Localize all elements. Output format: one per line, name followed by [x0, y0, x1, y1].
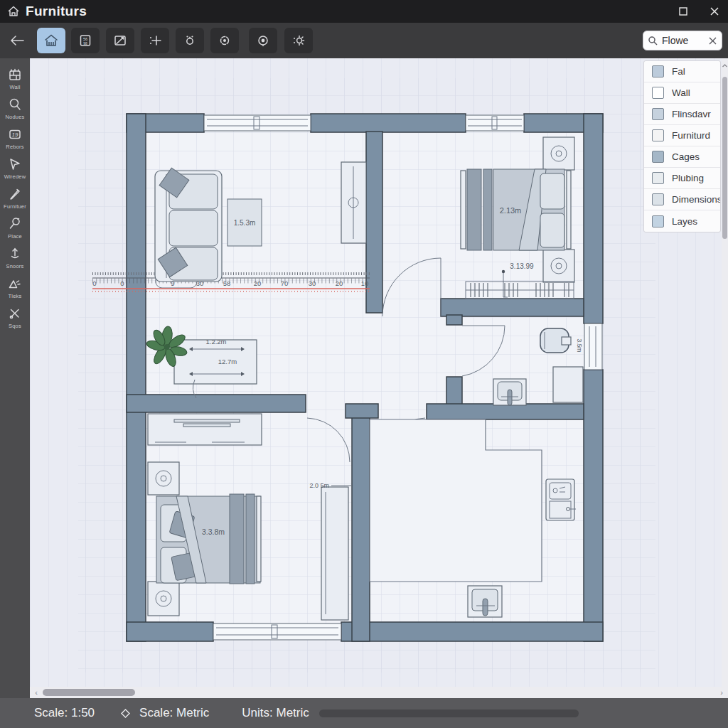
- layers-panel: Fal Wall Flinsdavr Furniturd Cages Plubi…: [643, 60, 721, 232]
- home-tool-button[interactable]: [37, 28, 65, 53]
- floor-plan[interactable]: .wall{fill:#7b90a4;stroke:#394149;stroke…: [30, 58, 722, 687]
- checkbox-cages[interactable]: [652, 151, 664, 163]
- sidebar-item-wiredew[interactable]: Wiredew: [0, 156, 30, 180]
- back-button[interactable]: [7, 31, 27, 50]
- sofa[interactable]: [155, 168, 222, 282]
- layer-row-layes[interactable]: Layes: [644, 210, 720, 232]
- sidebar-item-snoors[interactable]: Snoors: [0, 246, 30, 269]
- svg-text:30: 30: [309, 279, 316, 287]
- window-title: Furniturs: [26, 4, 87, 19]
- nightstand-bottom[interactable]: [543, 250, 574, 282]
- svg-text:0: 0: [120, 279, 124, 287]
- status-bar: Scale: 1:50 Scale: Metric Units: Metric: [0, 698, 728, 728]
- layer-row-plubing[interactable]: Plubing: [644, 168, 720, 189]
- dining-table[interactable]: [174, 340, 257, 384]
- drawing-canvas[interactable]: .wall{fill:#7b90a4;stroke:#394149;stroke…: [30, 58, 722, 687]
- layer-row-fal[interactable]: Fal: [644, 61, 720, 82]
- horizontal-scroll-thumb[interactable]: [43, 689, 135, 696]
- nightstand-top[interactable]: [543, 137, 574, 170]
- sidebar-item-nodues[interactable]: Nodues: [0, 97, 30, 120]
- svg-text:19: 19: [12, 132, 18, 138]
- layer-row-cages[interactable]: Cages: [644, 146, 720, 168]
- maximize-button[interactable]: [675, 4, 691, 19]
- toilet[interactable]: [540, 328, 571, 353]
- brightness-button[interactable]: [284, 28, 313, 53]
- scroll-right-icon[interactable]: ›: [717, 687, 727, 697]
- wardrobe[interactable]: [321, 487, 348, 620]
- scale-status: Scale: 1:50: [34, 706, 95, 720]
- sidebar-item-furnituer[interactable]: Furnituer: [0, 186, 30, 210]
- checkbox-dimensions[interactable]: [652, 193, 664, 205]
- checkbox-plubing[interactable]: [652, 172, 664, 184]
- pin-cross-icon: [7, 306, 23, 321]
- coffee-table[interactable]: 1.5.3m: [228, 199, 262, 246]
- sidebar-item-tleks[interactable]: Tleks: [0, 276, 30, 299]
- image-slash-button[interactable]: [106, 28, 134, 53]
- home-icon: [7, 5, 20, 18]
- pencil-icon: [7, 186, 23, 202]
- svg-text:3.13.99: 3.13.99: [510, 262, 534, 270]
- checkbox-wall[interactable]: [652, 87, 664, 99]
- sidebar-item-place[interactable]: Place: [0, 216, 30, 240]
- fridge[interactable]: [546, 479, 576, 520]
- scroll-left-icon[interactable]: ‹: [31, 687, 41, 697]
- svg-text:2.0 5m: 2.0 5m: [309, 482, 329, 489]
- sideboard[interactable]: [148, 414, 262, 445]
- tool-sidebar: Wall Nodues 19 Rebors Wiredew Furnituer …: [0, 58, 30, 698]
- layer-row-furniturd[interactable]: Furniturd: [644, 125, 720, 146]
- gear-dots-button[interactable]: [176, 28, 204, 53]
- svg-text:58: 58: [223, 279, 231, 287]
- search-clear-icon[interactable]: [708, 36, 717, 46]
- close-button[interactable]: [707, 4, 722, 19]
- nightstand2-bottom[interactable]: [148, 582, 179, 616]
- checkbox-layes[interactable]: [652, 215, 664, 228]
- search-input[interactable]: Flowe: [662, 35, 708, 46]
- svg-text:2.13m: 2.13m: [500, 206, 522, 215]
- horizontal-scrollbar[interactable]: ‹ ›: [30, 687, 728, 698]
- sidebar-item-wall[interactable]: Wall: [0, 67, 30, 90]
- checkbox-furniturd[interactable]: [652, 129, 664, 141]
- diamond-icon: [120, 708, 131, 719]
- target-dot-button[interactable]: [210, 28, 239, 53]
- tall-cabinet[interactable]: [341, 162, 366, 243]
- svg-text:0: 0: [92, 279, 96, 287]
- search-box[interactable]: Flowe: [643, 31, 722, 50]
- scale-metric-status: Scale: Metric: [139, 706, 209, 720]
- bed-bottom-left[interactable]: 3.3.8m: [156, 494, 261, 584]
- window-dimension-label: 3.5m: [576, 339, 583, 353]
- nightstand2-top[interactable]: [148, 462, 179, 495]
- place-magnifier-icon: [7, 216, 23, 232]
- window-top-right[interactable]: [466, 115, 524, 131]
- magnifier-icon: [7, 97, 23, 112]
- vertical-scroll-thumb[interactable]: [722, 77, 727, 239]
- svg-text:20: 20: [336, 279, 343, 287]
- window-top-left[interactable]: [204, 115, 311, 131]
- sidebar-item-rebors[interactable]: 19 Rebors: [0, 127, 30, 150]
- sidebar-item-sqos[interactable]: Sqos: [0, 306, 30, 329]
- svg-text:1.2.2m: 1.2.2m: [205, 338, 226, 346]
- badge-icon: 19: [7, 127, 23, 142]
- target-ring-button[interactable]: [249, 28, 277, 53]
- layer-row-wall[interactable]: Wall: [644, 82, 720, 104]
- window-right[interactable]: [584, 323, 602, 370]
- bath-cabinet[interactable]: [553, 367, 583, 402]
- bath-sink[interactable]: [493, 379, 526, 405]
- svg-text:20: 20: [254, 279, 262, 287]
- crosshair-plus-button[interactable]: [141, 28, 169, 53]
- checkbox-fal[interactable]: [652, 65, 664, 77]
- vertical-scrollbar[interactable]: [722, 58, 728, 687]
- scroll-up-icon[interactable]: [722, 63, 728, 71]
- layer-row-dimensions[interactable]: Dimensions: [644, 189, 720, 210]
- svg-text:98: 98: [83, 41, 87, 46]
- svg-text:70: 70: [281, 279, 289, 287]
- svg-text:1.5.3m: 1.5.3m: [234, 219, 256, 227]
- bed-top-right[interactable]: 2.13m: [461, 169, 571, 250]
- layer-row-flinsdavr[interactable]: Flinsdavr: [644, 104, 720, 125]
- window-bottom[interactable]: [213, 623, 341, 640]
- calculator-grid-button[interactable]: 56 98: [71, 28, 100, 53]
- checkbox-flinsdavr[interactable]: [652, 108, 664, 120]
- kitchen-sink[interactable]: [468, 586, 502, 617]
- search-icon: [648, 36, 658, 46]
- svg-text:10: 10: [361, 279, 369, 287]
- title-bar: Furniturs: [0, 0, 728, 23]
